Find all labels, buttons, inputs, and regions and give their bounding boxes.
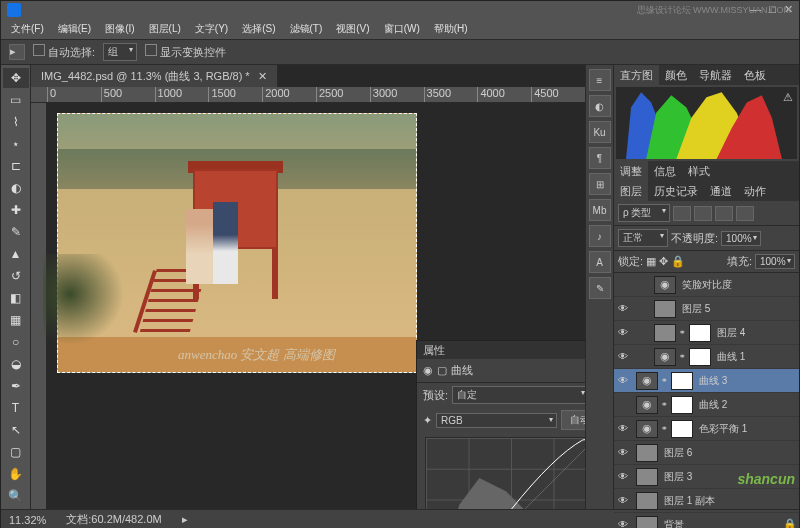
tab-adjustments[interactable]: 调整 — [614, 161, 648, 182]
layer-name[interactable]: 曲线 3 — [696, 374, 797, 388]
zoom-level[interactable]: 11.32% — [9, 514, 46, 526]
pen-tool[interactable]: ✒ — [3, 376, 29, 396]
document-tab[interactable]: IMG_4482.psd @ 11.3% (曲线 3, RGB/8) *✕ — [31, 65, 278, 87]
layer-row[interactable]: 👁 图层 6 — [614, 441, 799, 465]
panel-icon-7[interactable]: ♪ — [589, 225, 611, 247]
heal-tool[interactable]: ✚ — [3, 200, 29, 220]
layer-row[interactable]: 👁 图层 5 — [614, 297, 799, 321]
tab-styles[interactable]: 样式 — [682, 161, 716, 182]
zoom-tool[interactable]: 🔍 — [3, 486, 29, 506]
mask-thumbnail[interactable] — [671, 420, 693, 438]
layer-row[interactable]: 👁 图层 1 副本 — [614, 489, 799, 513]
link-icon[interactable]: ⚭ — [661, 376, 668, 385]
show-transform-checkbox[interactable]: 显示变换控件 — [145, 44, 226, 60]
layer-thumbnail[interactable] — [636, 492, 658, 510]
layer-thumbnail[interactable] — [654, 300, 676, 318]
auto-select-checkbox[interactable]: 自动选择: — [33, 44, 95, 60]
mask-thumbnail[interactable] — [671, 396, 693, 414]
mask-thumbnail[interactable] — [671, 372, 693, 390]
filter-type-icon[interactable] — [715, 206, 733, 221]
blur-tool[interactable]: ○ — [3, 332, 29, 352]
layer-thumbnail[interactable] — [636, 516, 658, 529]
layer-row[interactable]: 👁 ◉ ⚭ 曲线 1 — [614, 345, 799, 369]
close-tab-icon[interactable]: ✕ — [258, 70, 267, 83]
marquee-tool[interactable]: ▭ — [3, 90, 29, 110]
panel-icon-4[interactable]: ¶ — [589, 147, 611, 169]
lock-position-icon[interactable]: ✥ — [659, 255, 668, 268]
layer-name[interactable]: 图层 6 — [661, 446, 797, 460]
panel-icon-6[interactable]: Mb — [589, 199, 611, 221]
panel-icon-9[interactable]: ✎ — [589, 277, 611, 299]
crop-tool[interactable]: ⊏ — [3, 156, 29, 176]
menu-select[interactable]: 选择(S) — [236, 20, 281, 38]
brush-tool[interactable]: ✎ — [3, 222, 29, 242]
layer-thumbnail[interactable]: ◉ — [654, 276, 676, 294]
layer-row[interactable]: 👁 ◉ ⚭ 色彩平衡 1 — [614, 417, 799, 441]
tab-info[interactable]: 信息 — [648, 161, 682, 182]
lock-pixels-icon[interactable]: ▦ — [646, 255, 656, 268]
history-brush-tool[interactable]: ↺ — [3, 266, 29, 286]
move-tool-icon[interactable]: ▸ — [9, 44, 25, 60]
move-tool[interactable]: ✥ — [3, 68, 29, 88]
link-icon[interactable]: ⚭ — [661, 400, 668, 409]
layer-name[interactable]: 图层 1 副本 — [661, 494, 797, 508]
filter-pixel-icon[interactable] — [673, 206, 691, 221]
menu-filter[interactable]: 滤镜(T) — [284, 20, 329, 38]
hand-tool[interactable]: ✋ — [3, 464, 29, 484]
panel-icon-3[interactable]: Ku — [589, 121, 611, 143]
gradient-tool[interactable]: ▦ — [3, 310, 29, 330]
menu-layer[interactable]: 图层(L) — [143, 20, 187, 38]
preset-dropdown[interactable]: 自定 — [452, 386, 585, 404]
channel-dropdown[interactable]: RGB — [436, 413, 557, 428]
eyedropper-tool[interactable]: ◐ — [3, 178, 29, 198]
menu-help[interactable]: 帮助(H) — [428, 20, 474, 38]
layer-row[interactable]: 👁 背景 🔒 — [614, 513, 799, 528]
layer-name[interactable]: 笑脸对比度 — [679, 278, 797, 292]
layer-name[interactable]: 色彩平衡 1 — [696, 422, 797, 436]
layer-name[interactable]: 图层 5 — [679, 302, 797, 316]
opacity-input[interactable]: 100% — [721, 231, 761, 246]
visibility-icon[interactable]: 👁 — [616, 470, 630, 484]
stamp-tool[interactable]: ▲ — [3, 244, 29, 264]
menu-view[interactable]: 视图(V) — [330, 20, 375, 38]
layer-thumbnail[interactable]: ◉ — [636, 372, 658, 390]
tab-swatches[interactable]: 色板 — [738, 65, 772, 86]
layer-thumbnail[interactable]: ◉ — [636, 396, 658, 414]
layer-row[interactable]: ◉ 笑脸对比度 — [614, 273, 799, 297]
visibility-icon[interactable] — [616, 398, 630, 412]
tab-histogram[interactable]: 直方图 — [614, 65, 659, 86]
warning-icon[interactable]: ⚠ — [783, 91, 793, 104]
layer-thumbnail[interactable]: ◉ — [636, 420, 658, 438]
visibility-icon[interactable]: 👁 — [616, 422, 630, 436]
curves-graph[interactable] — [425, 437, 585, 509]
mask-thumbnail[interactable] — [689, 348, 711, 366]
fill-input[interactable]: 100% — [755, 254, 795, 269]
visibility-icon[interactable]: 👁 — [616, 302, 630, 316]
visibility-icon[interactable]: 👁 — [616, 374, 630, 388]
mask-thumbnail[interactable] — [689, 324, 711, 342]
menu-image[interactable]: 图像(I) — [99, 20, 140, 38]
layer-name[interactable]: 图层 4 — [714, 326, 797, 340]
menu-file[interactable]: 文件(F) — [5, 20, 50, 38]
visibility-icon[interactable]: 👁 — [616, 326, 630, 340]
tab-actions[interactable]: 动作 — [738, 181, 772, 202]
link-icon[interactable]: ⚭ — [679, 328, 686, 337]
tab-color[interactable]: 颜色 — [659, 65, 693, 86]
eraser-tool[interactable]: ◧ — [3, 288, 29, 308]
link-icon[interactable]: ⚭ — [661, 424, 668, 433]
path-tool[interactable]: ↖ — [3, 420, 29, 440]
dodge-tool[interactable]: ◒ — [3, 354, 29, 374]
layer-row[interactable]: 👁 ⚭ 图层 4 — [614, 321, 799, 345]
menu-edit[interactable]: 编辑(E) — [52, 20, 97, 38]
tab-channels[interactable]: 通道 — [704, 181, 738, 202]
layer-name[interactable]: 背景 — [661, 518, 780, 529]
layer-name[interactable]: 曲线 2 — [696, 398, 797, 412]
panel-icon-2[interactable]: ◐ — [589, 95, 611, 117]
visibility-icon[interactable]: 👁 — [616, 518, 630, 529]
blend-mode-dropdown[interactable]: 正常 — [618, 229, 668, 247]
auto-select-dropdown[interactable]: 组 — [103, 43, 137, 61]
visibility-icon[interactable]: 👁 — [616, 446, 630, 460]
lasso-tool[interactable]: ⌇ — [3, 112, 29, 132]
panel-icon-1[interactable]: ≡ — [589, 69, 611, 91]
lock-all-icon[interactable]: 🔒 — [671, 255, 685, 268]
